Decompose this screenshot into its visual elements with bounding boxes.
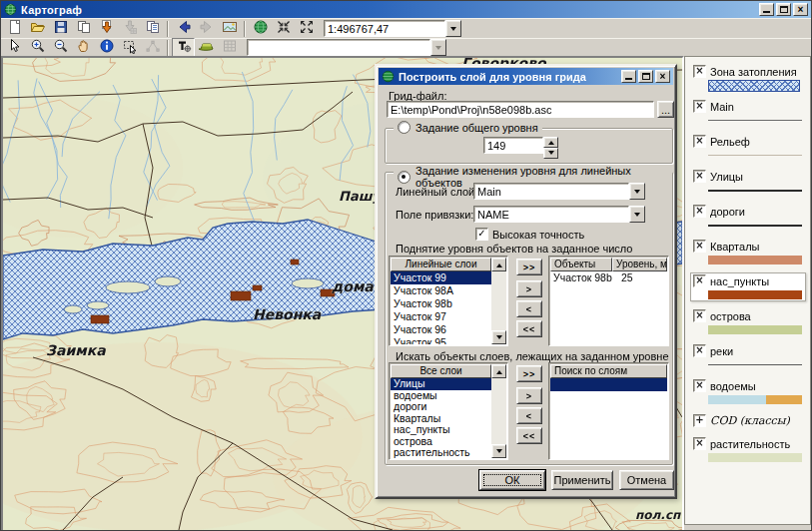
precision-checkbox[interactable]: ✓ xyxy=(475,228,488,241)
cancel-button[interactable]: Отмена xyxy=(619,470,674,490)
text-tool-button[interactable] xyxy=(172,38,195,57)
legend-item-label[interactable]: Main xyxy=(710,101,734,113)
save-button[interactable] xyxy=(49,19,72,38)
legend-item[interactable]: ×Main xyxy=(690,98,806,127)
move-right-button[interactable]: > xyxy=(516,280,542,297)
globe-button[interactable] xyxy=(249,19,272,38)
scroll-up-button[interactable] xyxy=(491,364,506,378)
legend-item-label[interactable]: растительность xyxy=(710,438,790,450)
open-button[interactable] xyxy=(26,19,49,38)
field-combobox[interactable] xyxy=(473,206,645,223)
scroll-down-button[interactable] xyxy=(491,444,506,458)
select-area-button[interactable] xyxy=(118,38,141,57)
grid-file-input[interactable] xyxy=(387,101,654,118)
legend-item[interactable]: +COD (классы) xyxy=(690,412,806,429)
linear-layers-header[interactable]: Линейные слои xyxy=(391,258,491,271)
layer-dropdown-button[interactable] xyxy=(629,183,645,200)
legend-item[interactable]: ×Кварталы xyxy=(690,238,806,266)
maximize-button[interactable] xyxy=(776,3,791,16)
minimize-button[interactable] xyxy=(759,3,774,16)
legend-item[interactable]: ×водоемы xyxy=(690,377,806,406)
objects-column-header[interactable]: Объекты xyxy=(550,258,612,271)
list-item[interactable]: острова xyxy=(391,436,491,448)
dialog-titlebar[interactable]: Построить слой для уровня грида × xyxy=(379,68,673,85)
legend-item-label[interactable]: реки xyxy=(710,345,733,357)
legend-item[interactable]: ×острова xyxy=(690,307,806,336)
legend-checkbox[interactable]: × xyxy=(693,65,706,78)
list-item[interactable]: Участок 96 xyxy=(391,323,491,336)
search-combo-input[interactable] xyxy=(247,39,430,56)
list-item[interactable]: Участок 99 xyxy=(391,271,491,284)
scroll-down-button[interactable] xyxy=(491,330,506,344)
zoom-center-button[interactable] xyxy=(272,19,295,38)
selected-empty-row[interactable] xyxy=(550,378,667,391)
common-level-radio[interactable] xyxy=(398,121,410,134)
legend-checkbox[interactable]: × xyxy=(693,309,706,322)
spin-up-button[interactable] xyxy=(543,137,558,148)
pointer-button[interactable] xyxy=(3,38,26,57)
search-move-all-right-button[interactable]: >> xyxy=(516,365,542,382)
all-layers-scrollbar[interactable] xyxy=(491,364,506,458)
legend-checkbox[interactable]: × xyxy=(693,274,706,287)
move-all-right-button[interactable]: >> xyxy=(516,259,542,275)
search-move-left-button[interactable]: < xyxy=(516,407,542,424)
field-dropdown-button[interactable] xyxy=(629,206,645,223)
legend-checkbox[interactable]: × xyxy=(693,344,706,357)
legend-item-label[interactable]: нас_пункты xyxy=(710,275,769,287)
list-item[interactable]: Участок 98b xyxy=(391,297,491,310)
legend-checkbox[interactable]: × xyxy=(693,437,706,450)
spin-down-button[interactable] xyxy=(543,148,558,159)
dialog-close-button[interactable]: × xyxy=(655,70,670,83)
import-button[interactable] xyxy=(95,19,118,38)
legend-item-label[interactable]: Кварталы xyxy=(710,241,759,253)
window-titlebar[interactable]: Картограф × xyxy=(1,1,811,18)
legend-checkbox[interactable]: × xyxy=(693,240,706,253)
search-combobox[interactable] xyxy=(247,39,446,56)
legend-item[interactable]: ×реки xyxy=(690,342,806,371)
list-item[interactable]: Улицы xyxy=(391,378,491,390)
legend-item[interactable]: ×Улицы xyxy=(690,168,806,197)
legend-checkbox[interactable]: × xyxy=(693,205,706,218)
list-item[interactable]: дороги xyxy=(391,401,491,413)
legend-item-label[interactable]: COD (классы) xyxy=(710,414,790,427)
list-item[interactable]: Кварталы xyxy=(391,413,491,425)
legend-checkbox[interactable]: × xyxy=(693,100,706,113)
legend-item-label[interactable]: Улицы xyxy=(710,171,743,183)
legend-item[interactable]: ×Зона затопления xyxy=(690,63,806,92)
legend-checkbox[interactable]: × xyxy=(693,135,706,148)
copy-button[interactable] xyxy=(72,19,95,38)
browse-button[interactable]: ... xyxy=(657,101,674,118)
pan-button[interactable] xyxy=(72,38,95,57)
common-level-input[interactable] xyxy=(483,137,543,154)
scale-input[interactable] xyxy=(324,20,445,37)
legend-item[interactable]: ×дороги xyxy=(690,203,806,232)
move-all-left-button[interactable]: << xyxy=(516,320,542,337)
search-dropdown-button[interactable] xyxy=(430,39,446,56)
list-item[interactable]: Участок 97 xyxy=(391,310,491,323)
zoom-out-button[interactable] xyxy=(49,38,72,57)
legend-item-label[interactable]: Зона затопления xyxy=(710,66,797,78)
list-item[interactable]: водоемы xyxy=(391,390,491,402)
close-button[interactable]: × xyxy=(793,3,808,16)
list-item[interactable]: Участок 98А xyxy=(391,284,491,297)
search-move-all-left-button[interactable]: << xyxy=(516,427,542,444)
legend-checkbox[interactable]: × xyxy=(693,170,706,183)
list-item[interactable]: растительность xyxy=(391,447,491,458)
dialog-maximize-button[interactable] xyxy=(638,70,653,83)
legend-item-label[interactable]: острова xyxy=(710,310,751,322)
zoom-extent-button[interactable] xyxy=(295,19,318,38)
duplicate-button[interactable] xyxy=(141,19,164,38)
ok-button[interactable]: ОК xyxy=(479,470,545,490)
scale-dropdown-button[interactable] xyxy=(445,20,461,37)
layer-combo-input[interactable] xyxy=(473,183,629,200)
table-row[interactable]: Участок 98b25 xyxy=(550,271,667,284)
legend-item[interactable]: ×растительность xyxy=(690,435,806,464)
linear-level-radio[interactable] xyxy=(398,171,410,184)
scale-combobox[interactable] xyxy=(324,20,461,37)
level-column-header[interactable]: Уровень, м xyxy=(612,258,667,271)
apply-button[interactable]: Применить xyxy=(551,470,613,490)
legend-item-label[interactable]: дороги xyxy=(710,206,745,218)
dialog-minimize-button[interactable] xyxy=(621,70,636,83)
layer-combobox[interactable] xyxy=(473,183,645,200)
legend-item-label[interactable]: Рельеф xyxy=(710,136,750,148)
